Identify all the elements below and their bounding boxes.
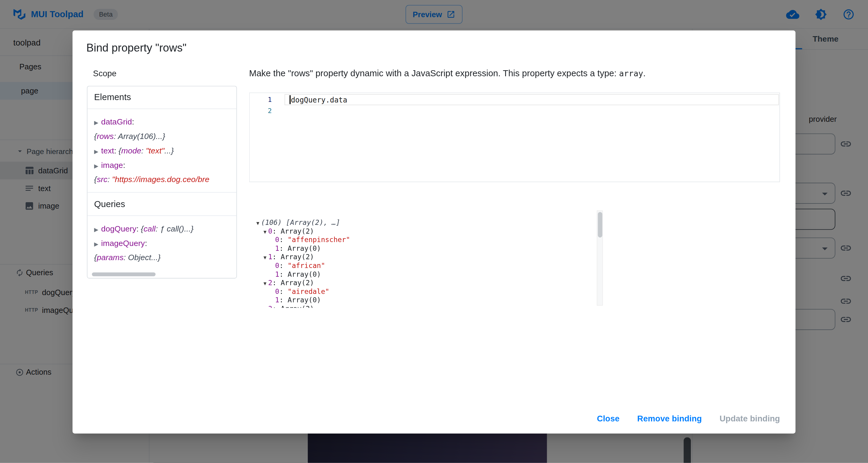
scope-node-dogquery[interactable]: ▶dogQuery: {call: ƒ call()...} bbox=[94, 221, 230, 236]
instruction-text: Make the "rows" property dynamic with a … bbox=[249, 69, 619, 78]
result-row: 1: Array(0) bbox=[249, 296, 780, 304]
editor-code-line[interactable]: dogQuery.data bbox=[284, 94, 779, 105]
scope-elements-tree: ▶dataGrid: {rows: Array(106)...} ▶text: … bbox=[87, 109, 236, 192]
app-root: MUI Toolpad Beta Preview toolpad Pages p… bbox=[0, 0, 868, 463]
scope-label: Scope bbox=[93, 69, 117, 78]
editor-line[interactable]: 1 dogQuery.data bbox=[250, 94, 779, 105]
line-number: 2 bbox=[250, 107, 284, 115]
result-row: 0: "airedale" bbox=[249, 287, 780, 296]
scope-panel: Elements ▶dataGrid: {rows: Array(106)...… bbox=[87, 86, 237, 279]
scope-node-text[interactable]: ▶text: {mode: "text"...} bbox=[94, 144, 230, 158]
result-row: 1: Array(0) bbox=[249, 270, 780, 279]
vertical-scrollbar-thumb[interactable] bbox=[598, 212, 602, 237]
scope-node-image[interactable]: ▶image: {src: "https://images.dog.ceo/br… bbox=[94, 158, 230, 187]
expression-code-editor[interactable]: 1 dogQuery.data 2 bbox=[249, 93, 780, 182]
result-row[interactable]: ▼0: Array(2) bbox=[249, 227, 780, 236]
horizontal-scrollbar[interactable] bbox=[89, 272, 236, 277]
instruction-period: . bbox=[643, 69, 646, 78]
remove-binding-button[interactable]: Remove binding bbox=[633, 410, 707, 427]
expected-type: array bbox=[619, 69, 643, 78]
expression-result-viewer: ▼(106) [Array(2), …] ▼0: Array(2) 0: "af… bbox=[249, 210, 780, 308]
result-row[interactable]: ▼1: Array(2) bbox=[249, 253, 780, 261]
line-number: 1 bbox=[250, 96, 284, 104]
result-row[interactable]: ▼2: Array(2) bbox=[249, 279, 780, 287]
code-text: dogQuery.data bbox=[291, 96, 347, 104]
bind-property-dialog: Bind property "rows" Scope Elements ▶dat… bbox=[73, 30, 796, 433]
scope-queries-header: Queries bbox=[87, 192, 236, 216]
scope-node-datagrid[interactable]: ▶dataGrid: {rows: Array(106)...} bbox=[94, 115, 230, 144]
scope-node-imagequery[interactable]: ▶imageQuery: {params: Object...} bbox=[94, 236, 230, 265]
editor-code-line[interactable] bbox=[284, 105, 779, 116]
horizontal-scrollbar-thumb[interactable] bbox=[92, 273, 156, 276]
dialog-title: Bind property "rows" bbox=[87, 41, 187, 54]
scope-elements-header: Elements bbox=[87, 87, 236, 109]
editor-line[interactable]: 2 bbox=[250, 105, 779, 116]
result-row: 0: "african" bbox=[249, 261, 780, 270]
result-row[interactable]: ▼3: Array(2) bbox=[249, 304, 780, 308]
close-button[interactable]: Close bbox=[592, 410, 624, 427]
result-row[interactable]: ▼(106) [Array(2), …] bbox=[249, 218, 780, 227]
text-cursor bbox=[290, 95, 290, 104]
update-binding-button: Update binding bbox=[715, 410, 784, 427]
dialog-actions: Close Remove binding Update binding bbox=[592, 410, 784, 427]
result-row: 0: "affenpinscher" bbox=[249, 236, 780, 244]
scope-queries-tree: ▶dogQuery: {call: ƒ call()...} ▶imageQue… bbox=[87, 216, 236, 270]
result-row: 1: Array(0) bbox=[249, 244, 780, 253]
vertical-scrollbar[interactable] bbox=[597, 210, 603, 306]
dialog-instruction: Make the "rows" property dynamic with a … bbox=[249, 69, 646, 79]
